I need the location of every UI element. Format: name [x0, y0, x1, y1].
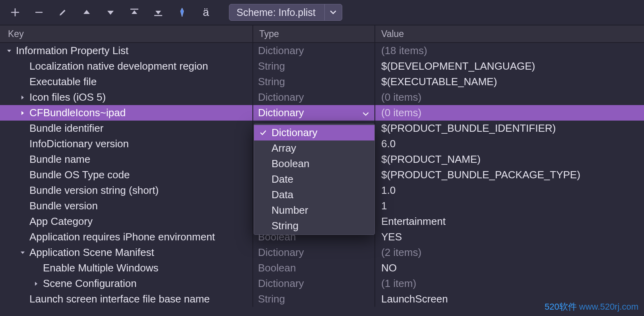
align-top-button[interactable] [126, 4, 142, 20]
type-option-label: Data [272, 189, 293, 201]
chevron-down-icon[interactable] [324, 4, 342, 20]
plist-row[interactable]: Scene ConfigurationDictionary(1 item) [0, 276, 644, 291]
align-bottom-button[interactable] [150, 4, 166, 20]
column-header-type[interactable]: Type [253, 25, 375, 42]
column-header-value[interactable]: Value [375, 25, 644, 42]
cell-key[interactable]: Icon files (iOS 5) [0, 90, 253, 105]
plist-row[interactable]: Icon files (iOS 5)Dictionary(0 items) [0, 90, 644, 105]
key-text: Bundle version string (short) [29, 184, 159, 197]
type-text: String [258, 76, 285, 88]
plist-row[interactable]: Executable fileString$(EXECUTABLE_NAME) [0, 74, 644, 90]
cell-value[interactable]: Entertainment [375, 214, 644, 229]
cell-value[interactable]: (1 item) [375, 276, 644, 291]
scheme-selector[interactable]: Scheme: Info.plist [229, 4, 342, 21]
type-option[interactable]: Date [254, 172, 374, 187]
type-option[interactable]: Dictionary [254, 125, 374, 140]
value-text: (1 item) [381, 277, 416, 290]
column-header-key[interactable]: Key [0, 25, 253, 42]
type-text: Dictionary [258, 45, 304, 57]
key-text: Bundle name [29, 153, 90, 166]
cell-key[interactable]: Bundle version [0, 198, 253, 214]
cell-type[interactable]: Dictionary [253, 245, 375, 260]
chevron-down-icon[interactable] [5, 48, 14, 54]
type-option[interactable]: Boolean [254, 156, 374, 172]
cell-key[interactable]: Launch screen interface file base name [0, 291, 253, 307]
cell-value[interactable]: YES [375, 229, 644, 245]
cell-key[interactable]: Information Property List [0, 43, 253, 59]
key-text: CFBundleIcons~ipad [29, 107, 126, 119]
cell-key[interactable]: Scene Configuration [0, 276, 253, 291]
cell-value[interactable]: 6.0 [375, 136, 644, 152]
cell-type[interactable]: String [253, 291, 375, 307]
build-icon[interactable] [174, 4, 190, 20]
cell-value[interactable]: (0 items) [375, 90, 644, 105]
cell-value[interactable]: (0 items) [375, 105, 644, 121]
cell-key[interactable]: Localization native development region [0, 59, 253, 74]
cell-key[interactable]: CFBundleIcons~ipad [0, 105, 253, 121]
type-dropdown[interactable]: DictionaryArrayBooleanDateDataNumberStri… [254, 124, 375, 235]
cell-value[interactable]: $(PRODUCT_BUNDLE_PACKAGE_TYPE) [375, 167, 644, 183]
cell-key[interactable]: InfoDictionary version [0, 136, 253, 152]
plist-row[interactable]: Enable Multiple WindowsBooleanNO [0, 260, 644, 276]
move-down-button[interactable] [103, 4, 118, 20]
cell-type[interactable]: String [253, 59, 375, 74]
plist-row[interactable]: CFBundleIcons~ipadDictionary(0 items) [0, 105, 644, 121]
remove-button[interactable] [31, 4, 47, 20]
cell-key[interactable]: Enable Multiple Windows [0, 260, 253, 276]
cell-value[interactable]: (2 items) [375, 245, 644, 260]
type-text: Dictionary [258, 246, 304, 259]
type-option[interactable]: Number [254, 203, 374, 218]
edit-button[interactable] [55, 4, 71, 20]
key-text: Scene Configuration [43, 277, 137, 290]
chevron-right-icon[interactable] [18, 110, 27, 116]
cell-value[interactable]: $(EXECUTABLE_NAME) [375, 74, 644, 90]
cell-key[interactable]: Application Scene Manifest [0, 245, 253, 260]
chevron-down-icon[interactable] [363, 107, 369, 119]
cell-key[interactable]: Bundle name [0, 152, 253, 167]
type-option[interactable]: Array [254, 140, 374, 156]
cell-value[interactable]: $(PRODUCT_BUNDLE_IDENTIFIER) [375, 121, 644, 136]
cell-type[interactable]: String [253, 74, 375, 90]
cell-type[interactable]: Dictionary [253, 43, 375, 59]
key-text: Enable Multiple Windows [43, 262, 158, 274]
cell-key[interactable]: Executable file [0, 74, 253, 90]
type-option-label: Dictionary [272, 127, 318, 139]
value-text: 6.0 [381, 138, 396, 150]
chevron-right-icon[interactable] [18, 95, 27, 100]
localization-icon[interactable]: ä [198, 4, 214, 20]
cell-value[interactable]: $(DEVELOPMENT_LANGUAGE) [375, 59, 644, 74]
chevron-right-icon[interactable] [32, 281, 41, 287]
cell-key[interactable]: App Category [0, 214, 253, 229]
key-text: Localization native development region [29, 60, 208, 72]
cell-key[interactable]: Bundle version string (short) [0, 183, 253, 198]
add-button[interactable] [7, 4, 23, 20]
value-text: $(PRODUCT_BUNDLE_IDENTIFIER) [381, 122, 556, 135]
cell-value[interactable]: NO [375, 260, 644, 276]
cell-value[interactable]: 1 [375, 198, 644, 214]
move-up-button[interactable] [79, 4, 95, 20]
type-option[interactable]: Data [254, 187, 374, 203]
cell-key[interactable]: Bundle identifier [0, 121, 253, 136]
value-text: $(DEVELOPMENT_LANGUAGE) [381, 60, 535, 72]
cell-key[interactable]: Bundle OS Type code [0, 167, 253, 183]
type-option-label: Array [272, 142, 296, 154]
type-option[interactable]: String [254, 218, 374, 234]
cell-value[interactable]: (18 items) [375, 43, 644, 59]
key-text: InfoDictionary version [29, 138, 129, 150]
type-text: String [258, 60, 285, 72]
value-text: 1.0 [381, 184, 396, 197]
cell-type[interactable]: Dictionary [253, 276, 375, 291]
plist-row[interactable]: Localization native development regionSt… [0, 59, 644, 74]
plist-row[interactable]: Information Property ListDictionary(18 i… [0, 43, 644, 59]
type-option-label: String [272, 220, 299, 232]
cell-type[interactable]: Dictionary [253, 105, 375, 121]
type-option-label: Boolean [272, 158, 309, 170]
plist-row[interactable]: Application Scene ManifestDictionary(2 i… [0, 245, 644, 260]
cell-value[interactable]: $(PRODUCT_NAME) [375, 152, 644, 167]
cell-type[interactable]: Boolean [253, 260, 375, 276]
chevron-down-icon[interactable] [18, 250, 27, 256]
cell-type[interactable]: Dictionary [253, 90, 375, 105]
cell-value[interactable]: 1.0 [375, 183, 644, 198]
cell-key[interactable]: Application requires iPhone environment [0, 229, 253, 245]
type-text: Dictionary [258, 277, 304, 290]
